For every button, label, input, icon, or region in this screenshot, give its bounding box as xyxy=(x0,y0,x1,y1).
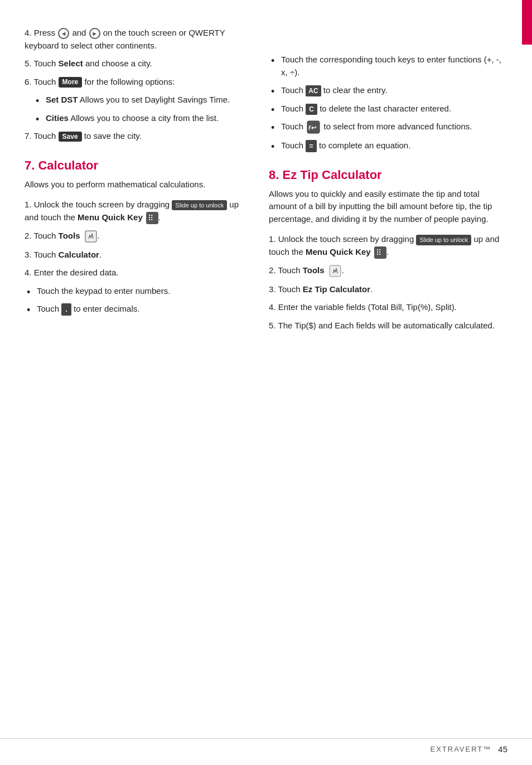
page-container: 4. Press ◄ and ► on the touch screen or … xyxy=(0,0,532,765)
left-column: 4. Press ◄ and ► on the touch screen or … xyxy=(25,27,258,337)
calc-step-4: 4. Enter the desired data. xyxy=(25,267,241,279)
ez-step-2: 2. Touch Tools . xyxy=(269,264,507,278)
calc-step-2: 2. Touch Tools . xyxy=(25,230,241,243)
step-6-num: 6. Touch xyxy=(25,77,59,86)
step-6: 6. Touch More for the following options: xyxy=(25,76,241,89)
ez-tip-heading: 8. Ez Tip Calculator xyxy=(269,168,507,182)
step-7-rest: to save the city. xyxy=(82,131,142,141)
step-5: 5. Touch Select and choose a city. xyxy=(25,57,241,70)
more-button: More xyxy=(59,77,83,88)
page-number: 45 xyxy=(498,744,507,754)
menu-key-icon-left xyxy=(146,212,158,224)
tools-label-right: Tools xyxy=(303,265,325,275)
right-column: Touch the corresponding touch keys to en… xyxy=(258,27,507,337)
menu-quick-key-label-right: Menu Quick Key xyxy=(306,247,371,256)
ac-button: AC xyxy=(306,85,321,96)
ez-step-5: 5. The Tip($) and Each fields will be au… xyxy=(269,319,507,332)
step-6-bullets: Set DST Allows you to set Daylight Savin… xyxy=(33,94,241,124)
c-button: C xyxy=(306,104,317,115)
bullet-decimal: Touch . to enter decimals. xyxy=(25,303,241,316)
slide-unlock-btn-left: Slide up to unlock xyxy=(172,200,227,211)
step-6-rest: for the following options: xyxy=(82,77,175,86)
ez-step-3: 3. Touch Ez Tip Calculator. xyxy=(269,283,507,296)
cities-label: Cities xyxy=(46,113,69,123)
bullet-cities: Cities Allows you to choose a city from … xyxy=(33,112,241,125)
svg-rect-3 xyxy=(330,265,341,277)
slide-unlock-btn-right: Slide up to unlock xyxy=(416,235,471,245)
ez-step-1: 1. Unlock the touch screen by dragging S… xyxy=(269,233,507,259)
svg-text:f↩: f↩ xyxy=(308,124,317,131)
set-dst-text: Allows you to set Daylight Savings Time. xyxy=(80,95,230,104)
brand-name: Extravert™ xyxy=(430,745,491,753)
calc-step-1: 1. Unlock the touch screen by dragging S… xyxy=(25,198,241,224)
step-4-press: Press xyxy=(34,28,58,37)
step-5-num: 5. Touch xyxy=(25,59,59,68)
dot-button: . xyxy=(61,303,71,316)
bullet-keypad: Touch the keypad to enter numbers. xyxy=(25,285,241,298)
forward-button-icon: ► xyxy=(89,28,100,39)
step-5-select: Select xyxy=(59,59,83,68)
step-5-rest: and choose a city. xyxy=(83,59,152,68)
cities-text: Allows you to choose a city from the lis… xyxy=(70,113,219,123)
ez-step-4: 4. Enter the variable fields (Total Bill… xyxy=(269,301,507,314)
step-4: 4. Press ◄ and ► on the touch screen or … xyxy=(25,27,241,52)
two-col-layout: 4. Press ◄ and ► on the touch screen or … xyxy=(0,27,532,337)
set-dst-label: Set DST xyxy=(46,95,78,104)
calculator-heading: 7. Calculator xyxy=(25,158,241,173)
page-footer: Extravert™ 45 xyxy=(0,738,532,754)
calc-bullets-left: Touch the keypad to enter numbers. Touch… xyxy=(25,285,241,316)
svg-rect-0 xyxy=(85,231,96,242)
red-tab xyxy=(522,0,532,45)
tools-icon-right xyxy=(328,264,342,278)
step-4-and: and xyxy=(72,28,88,37)
calculator-intro: Allows you to perform mathematical calcu… xyxy=(25,178,241,191)
bullet-touch-keys: Touch the corresponding touch keys to en… xyxy=(269,54,507,79)
calculator-label: Calculator xyxy=(59,250,99,259)
bullet-advanced: Touch f↩ to select from more advanced fu… xyxy=(269,120,507,134)
ez-tip-label: Ez Tip Calculator xyxy=(303,284,370,294)
menu-key-icon-right xyxy=(374,246,386,259)
calc-step-3: 3. Touch Calculator. xyxy=(25,249,241,262)
bullet-set-dst: Set DST Allows you to set Daylight Savin… xyxy=(33,94,241,106)
advanced-func-icon: f↩ xyxy=(307,120,320,134)
bullet-ac: Touch AC to clear the entry. xyxy=(269,84,507,97)
save-button: Save xyxy=(59,132,82,142)
step-7-num: 7. Touch xyxy=(25,131,59,141)
equals-button: = xyxy=(306,140,317,152)
ez-tip-intro: Allows you to quickly and easily estimat… xyxy=(269,188,507,226)
menu-quick-key-label-left: Menu Quick Key xyxy=(78,212,143,222)
back-button-icon: ◄ xyxy=(58,28,69,39)
bullet-equals: Touch = to complete an equation. xyxy=(269,139,507,152)
step-7: 7. Touch Save to save the city. xyxy=(25,130,241,143)
step-4-num: 4. xyxy=(25,28,34,37)
tools-icon-left xyxy=(84,230,98,243)
calc-bullets-right: Touch the corresponding touch keys to en… xyxy=(269,54,507,152)
bullet-c: Touch C to delete the last character ent… xyxy=(269,103,507,115)
tools-label-left: Tools xyxy=(59,231,80,240)
